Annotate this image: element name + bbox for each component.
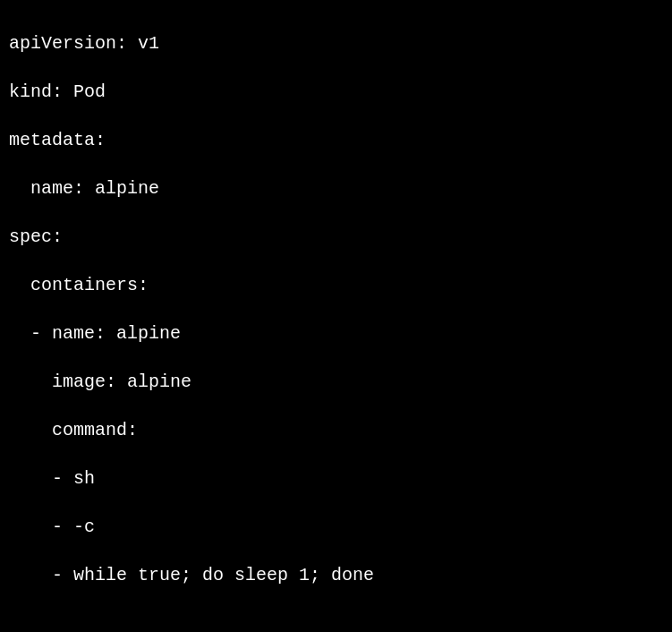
line-text: metadata: — [9, 130, 106, 150]
line-text: spec: — [9, 226, 63, 247]
line-4: name: alpine — [9, 176, 663, 201]
line-text: - sh — [9, 468, 95, 489]
line-3: metadata: — [9, 128, 663, 152]
line-12: - while true; do sleep 1; done — [9, 563, 663, 587]
line-8: image: alpine — [9, 370, 663, 394]
line-7: - name: alpine — [9, 321, 663, 346]
line-9: command: — [9, 418, 663, 442]
line-text: - while true; do sleep 1; done — [9, 565, 374, 585]
line-6: containers: — [9, 273, 663, 297]
line-2: kind: Pod — [9, 80, 663, 104]
code-editor: apiVersion: v1 kind: Pod metadata: name:… — [0, 0, 672, 632]
line-text: - -c — [9, 517, 95, 537]
line-5: spec: — [9, 225, 663, 249]
line-1: apiVersion: v1 — [9, 31, 663, 56]
line-text: containers: — [9, 275, 149, 295]
line-10: - sh — [9, 466, 663, 491]
line-text: - name: alpine — [9, 323, 181, 344]
line-text: kind: Pod — [9, 81, 106, 102]
line-text: name: alpine — [9, 178, 159, 199]
line-text: apiVersion: v1 — [9, 33, 159, 54]
line-text: command: — [9, 420, 138, 440]
line-11: - -c — [9, 515, 663, 539]
line-13 — [9, 611, 663, 632]
line-text: image: alpine — [9, 372, 191, 392]
